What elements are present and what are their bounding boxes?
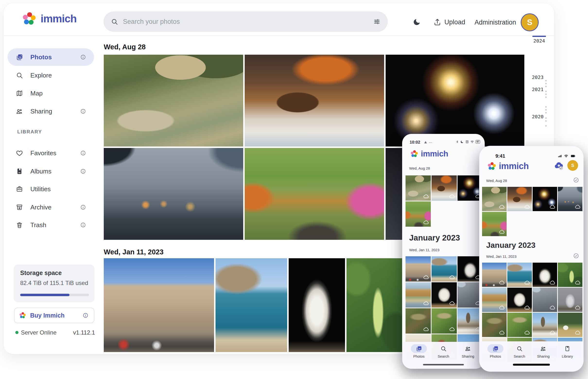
info-icon[interactable]: [80, 222, 86, 228]
sidebar-label: Explore: [30, 72, 52, 79]
search-icon: [111, 18, 118, 25]
user-avatar[interactable]: S: [521, 13, 539, 31]
search-filter-icon[interactable]: [373, 18, 381, 25]
sidebar-item-archive[interactable]: Archive: [8, 199, 94, 216]
cloud-backup-icon: [423, 300, 429, 306]
photo-ruins[interactable]: [533, 288, 557, 312]
photo-cliff[interactable]: [482, 288, 507, 312]
buy-immich-button[interactable]: Buy Immich: [14, 308, 94, 323]
cloud-backup-icon: [524, 280, 530, 285]
timeline-ticks: [545, 117, 547, 123]
photos-icon: [492, 346, 499, 352]
cloud-backup-icon: [575, 280, 581, 285]
photo-coastal[interactable]: [507, 263, 532, 287]
photo-church[interactable]: [533, 313, 557, 337]
user-avatar[interactable]: S: [567, 160, 578, 171]
sidebar-item-trash[interactable]: Trash: [8, 216, 94, 234]
photo-hands[interactable]: [558, 187, 582, 211]
photo-ornament[interactable]: [558, 288, 582, 312]
photo-fortress[interactable]: [406, 256, 431, 282]
photo-lizard[interactable]: [406, 308, 431, 333]
photo-monkeys[interactable]: [104, 55, 243, 146]
heart-icon: [16, 149, 23, 157]
cloud-backup-icon: [575, 305, 581, 311]
select-all-check-icon[interactable]: [573, 253, 579, 259]
cloud-backup-icon: [499, 330, 505, 335]
photo-autumn[interactable]: [245, 148, 384, 240]
sidebar-item-utilities[interactable]: Utilities: [8, 180, 94, 198]
photo-lizard2[interactable]: [507, 313, 532, 337]
photo-fireworks[interactable]: [533, 187, 557, 211]
info-icon[interactable]: [83, 313, 88, 318]
photo-bust[interactable]: [289, 258, 345, 352]
brand-name: immich: [499, 161, 529, 171]
photo-fireworks[interactable]: [386, 55, 524, 146]
buy-immich-label: Buy Immich: [30, 312, 65, 319]
info-icon[interactable]: [80, 54, 86, 60]
info-icon[interactable]: [80, 168, 86, 174]
nav-tab-search[interactable]: Search: [509, 344, 530, 371]
timeline-scrubber[interactable]: 2024 2023 2021 2020: [525, 31, 554, 133]
cellular-signal-icon: [558, 154, 562, 158]
sidebar-item-map[interactable]: Map: [8, 85, 94, 102]
photo-sculpt2[interactable]: [507, 288, 532, 312]
photo-cliff[interactable]: [406, 282, 431, 308]
photo-dinner[interactable]: [507, 187, 532, 211]
nav-tab-library[interactable]: Library: [557, 344, 578, 371]
photo-autumn[interactable]: [406, 201, 431, 227]
wifi-icon: [470, 140, 474, 143]
nav-label: Search: [438, 354, 449, 358]
explore-search-icon: [16, 72, 23, 79]
info-icon[interactable]: [80, 108, 86, 114]
photo-seagrape[interactable]: [347, 258, 403, 352]
search-placeholder: Search your photos: [123, 18, 368, 26]
nav-tab-photos[interactable]: Photos: [485, 344, 506, 371]
timeline-year[interactable]: 2020: [528, 114, 547, 120]
status-left-icons: ⋯: [424, 141, 432, 144]
phone-clock: 10:02: [410, 140, 420, 145]
timeline-year[interactable]: 2023: [528, 74, 547, 80]
photo-monkeys[interactable]: [406, 175, 431, 201]
photo-fortress[interactable]: [482, 263, 507, 287]
photo-hands[interactable]: [104, 148, 243, 240]
photo-coastal[interactable]: [431, 256, 457, 282]
photo-coastal[interactable]: [216, 258, 287, 352]
nav-tab-sharing[interactable]: Sharing: [533, 344, 554, 371]
cloud-backup-icon: [524, 204, 530, 210]
photo-bust[interactable]: [533, 263, 557, 287]
bluetooth-icon: [456, 140, 459, 143]
photo-monkeys[interactable]: [482, 187, 507, 211]
upload-button[interactable]: Upload: [433, 17, 465, 28]
timeline-year[interactable]: 2021: [528, 86, 547, 92]
sidebar-item-sharing[interactable]: Sharing: [8, 103, 94, 120]
photo-dinner[interactable]: [245, 55, 384, 146]
dark-mode-toggle[interactable]: [411, 16, 423, 28]
info-icon[interactable]: [80, 150, 86, 156]
select-all-check-icon[interactable]: [573, 177, 579, 183]
backup-cloud-icon[interactable]: [554, 161, 564, 171]
photo-dinner[interactable]: [431, 175, 457, 201]
photo-lizard[interactable]: [482, 313, 507, 337]
sidebar-item-albums[interactable]: Albums: [8, 162, 94, 180]
info-icon[interactable]: [80, 204, 86, 210]
photo-seagrape[interactable]: [558, 263, 582, 287]
wifi-icon: [564, 154, 568, 158]
sidebar-item-photos[interactable]: Photos: [8, 48, 94, 66]
administration-link[interactable]: Administration: [475, 19, 516, 26]
sidebar-item-explore[interactable]: Explore: [8, 66, 94, 84]
notification-icon: [424, 141, 427, 144]
nav-label: Sharing: [537, 354, 550, 358]
search-input[interactable]: Search your photos: [104, 11, 388, 32]
photo-village[interactable]: [558, 313, 582, 337]
timeline-current-marker: [532, 36, 546, 37]
photo-sculpt2[interactable]: [431, 282, 457, 308]
photo-row: [104, 258, 403, 352]
cloud-backup-icon: [423, 219, 429, 225]
sidebar-label: Favorites: [30, 149, 56, 157]
sidebar-label: Albums: [30, 168, 51, 175]
immich-logo[interactable]: immich: [22, 10, 77, 28]
photo-fortress[interactable]: [104, 258, 214, 352]
sidebar-item-favorites[interactable]: Favorites: [8, 144, 94, 162]
photo-lizard2[interactable]: [431, 308, 457, 333]
photo-autumn[interactable]: [482, 212, 507, 236]
